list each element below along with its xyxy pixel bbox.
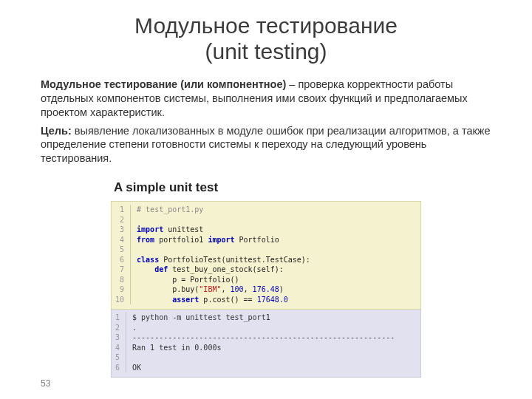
- code-ident: ,: [221, 285, 230, 293]
- output-line: Ran 1 test in 0.000s: [132, 344, 221, 352]
- title-line-1: Модульное тестирование: [134, 13, 398, 38]
- slide: Модульное тестирование (unit testing) Мо…: [0, 0, 532, 399]
- definition-term: Модульное тестирование (или компонентное…: [41, 78, 286, 90]
- output-content: $ python -m unittest test_port1 . ------…: [126, 313, 395, 372]
- code-keyword: assert: [172, 296, 199, 304]
- goal-label: Цель:: [41, 125, 72, 137]
- code-ident: PortfolioTest(unittest.TestCase):: [159, 256, 310, 264]
- output-line: ----------------------------------------…: [132, 333, 395, 341]
- code-ident: p = Portfolio(): [172, 276, 239, 284]
- code-keyword: import: [137, 225, 163, 233]
- figure-heading: A simple unit test: [111, 176, 421, 201]
- title-line-2: (unit testing): [205, 39, 327, 64]
- goal-text: выявление локализованных в модуле ошибок…: [41, 125, 491, 165]
- code-ident: ): [279, 285, 284, 293]
- code-ident: p.buy(: [172, 285, 199, 293]
- code-keyword: import: [208, 236, 234, 244]
- code-number: 17648.0: [257, 296, 288, 304]
- code-keyword: from: [137, 236, 154, 244]
- output-line: $ python -m unittest test_port1: [132, 313, 270, 321]
- page-number: 53: [41, 378, 50, 389]
- code-ident: test_buy_one_stock(self):: [168, 265, 284, 273]
- definition-paragraph: Модульное тестирование (или компонентное…: [41, 78, 491, 120]
- code-number: 100: [231, 285, 244, 293]
- code-ident: Portfolio: [235, 236, 279, 244]
- output-line-numbers: 1 2 3 4 5 6: [115, 313, 126, 372]
- code-keyword: class: [137, 256, 159, 264]
- code-keyword: def: [154, 265, 168, 273]
- code-ident: unittest: [163, 225, 203, 233]
- slide-title: Модульное тестирование (unit testing): [41, 13, 491, 64]
- code-comment: # test_port1.py: [137, 205, 203, 214]
- unit-test-figure: A simple unit test 1 2 3 4 5 6 7 8 9 10 …: [111, 176, 421, 378]
- code-string: "IBM": [199, 285, 221, 293]
- output-line: OK: [132, 364, 141, 372]
- code-ident: p.cost() ==: [199, 296, 256, 304]
- output-line: .: [132, 324, 137, 332]
- code-line-numbers: 1 2 3 4 5 6 7 8 9 10: [115, 205, 131, 304]
- code-editor: 1 2 3 4 5 6 7 8 9 10 # test_port1.py imp…: [111, 201, 421, 310]
- code-ident: ,: [244, 285, 253, 293]
- code-number: 176.48: [253, 285, 279, 293]
- goal-paragraph: Цель: выявление локализованных в модуле …: [41, 124, 491, 166]
- terminal-output: 1 2 3 4 5 6 $ python -m unittest test_po…: [111, 310, 421, 378]
- code-ident: portfolio1: [154, 236, 208, 244]
- code-content: # test_port1.py import unittest from por…: [131, 205, 310, 304]
